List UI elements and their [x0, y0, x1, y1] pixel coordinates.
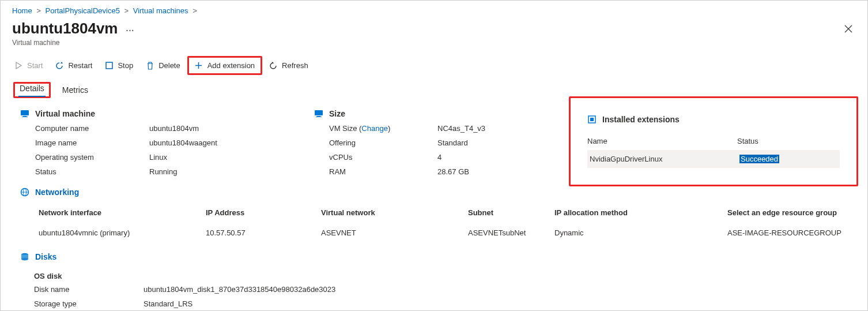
net-col-alloc: IP allocation method	[554, 208, 727, 217]
close-icon	[844, 25, 852, 33]
breadcrumb: Home > PortalPhysicalDevice5 > Virtual m…	[1, 1, 867, 20]
svg-rect-4	[315, 110, 323, 115]
disks-section: Disks OS disk Disk name ubuntu1804vm_dis…	[20, 252, 848, 308]
delete-label: Delete	[158, 61, 180, 70]
restart-icon	[55, 62, 63, 70]
svg-rect-5	[317, 116, 320, 117]
net-col-rg: Select an edge resource group	[727, 208, 860, 217]
chevron-right-icon: >	[36, 6, 41, 15]
monitor-icon	[314, 109, 323, 118]
vm-section: Virtual machine Computer name ubuntu1804…	[20, 109, 308, 176]
label-ram: RAM	[329, 167, 433, 176]
networking-title: Networking	[35, 188, 79, 197]
monitor-icon	[20, 109, 29, 118]
value-vcpus: 4	[437, 153, 573, 162]
value-image-name: ubuntu1804waagent	[149, 138, 308, 147]
stop-button[interactable]: Stop	[99, 58, 139, 73]
ext-value-status: Succeeded	[739, 155, 779, 163]
tabs-row: Details Metrics	[1, 78, 867, 99]
page-subtitle: Virtual machine	[1, 38, 867, 53]
start-button[interactable]: Start	[9, 58, 48, 73]
extension-icon	[587, 115, 597, 124]
disks-title: Disks	[35, 252, 56, 261]
page-title: ubuntu1804vm	[12, 20, 118, 38]
chevron-right-icon: >	[124, 6, 129, 15]
net-col-vnet: Virtual network	[321, 208, 468, 217]
tab-details[interactable]: Details	[18, 80, 46, 96]
tab-metrics[interactable]: Metrics	[61, 82, 89, 98]
stop-label: Stop	[118, 61, 133, 70]
network-row: ubuntu1804vmnic (primary) 10.57.50.57 AS…	[20, 223, 848, 243]
label-storage-type: Storage type	[34, 299, 144, 308]
play-icon	[14, 62, 22, 70]
net-val-ip: 10.57.50.57	[206, 228, 321, 237]
label-computer-name: Computer name	[35, 124, 145, 133]
plus-icon	[195, 62, 203, 70]
svg-rect-3	[22, 117, 28, 117]
ext-col-name: Name	[587, 137, 737, 145]
value-status: Running	[149, 167, 308, 176]
value-os: Linux	[149, 153, 308, 162]
networking-section: Networking Network interface IP Address …	[20, 188, 848, 243]
breadcrumb-vms[interactable]: Virtual machines	[133, 6, 188, 15]
networking-header[interactable]: Networking	[20, 188, 848, 197]
svg-rect-1	[21, 110, 29, 115]
change-size-link[interactable]: Change	[361, 124, 388, 133]
net-val-subnet: ASEVNETsubNet	[468, 228, 554, 237]
label-disk-name: Disk name	[34, 285, 144, 294]
value-storage-type: Standard_LRS	[144, 299, 848, 308]
svg-rect-0	[106, 62, 112, 69]
restart-label: Restart	[68, 61, 92, 70]
breadcrumb-device[interactable]: PortalPhysicalDevice5	[46, 6, 120, 15]
restart-button[interactable]: Restart	[50, 58, 98, 73]
os-disk-subhead: OS disk	[20, 267, 848, 285]
svg-rect-6	[316, 117, 322, 117]
svg-point-12	[21, 258, 28, 260]
ext-col-status: Status	[737, 137, 840, 145]
size-section-title: Size	[329, 109, 345, 118]
value-disk-name: ubuntu1804vm_disk1_870e37d3318540e98032a…	[144, 285, 848, 294]
more-actions-button[interactable]: ···	[126, 26, 135, 35]
net-val-rg: ASE-IMAGE-RESOURCEGROUP	[727, 228, 860, 237]
close-button[interactable]	[841, 21, 856, 36]
globe-icon	[20, 188, 29, 197]
extensions-title: Installed extensions	[602, 115, 680, 124]
net-col-nic: Network interface	[39, 208, 206, 217]
refresh-label: Refresh	[282, 61, 308, 70]
label-offering: Offering	[329, 138, 433, 147]
disk-icon	[20, 252, 29, 261]
start-label: Start	[27, 61, 43, 70]
value-offering: Standard	[437, 138, 573, 147]
net-val-vnet: ASEVNET	[321, 228, 468, 237]
ext-value-name: NvidiaGpuDriverLinux	[590, 155, 739, 163]
add-extension-button[interactable]: Add extension	[189, 58, 261, 73]
refresh-icon	[269, 62, 277, 70]
refresh-button[interactable]: Refresh	[263, 58, 314, 73]
label-vcpus: vCPUs	[329, 153, 433, 162]
breadcrumb-home[interactable]: Home	[12, 6, 32, 15]
command-bar: Start Restart Stop Delete Add extension …	[1, 53, 867, 78]
extension-row[interactable]: NvidiaGpuDriverLinux Succeeded	[587, 150, 840, 168]
net-val-alloc: Dynamic	[554, 228, 727, 237]
label-vm-size: VM Size (Change)	[329, 124, 433, 133]
value-vm-size: NC4as_T4_v3	[437, 124, 573, 133]
label-image-name: Image name	[35, 138, 145, 147]
label-os: Operating system	[35, 153, 145, 162]
net-col-subnet: Subnet	[468, 208, 554, 217]
size-section: Size VM Size (Change) NC4as_T4_v3 Offeri…	[314, 109, 573, 176]
trash-icon	[146, 62, 154, 70]
value-computer-name: ubuntu1804vm	[149, 124, 308, 133]
svg-rect-2	[23, 116, 27, 117]
label-status: Status	[35, 167, 145, 176]
delete-button[interactable]: Delete	[140, 58, 186, 73]
vm-section-title: Virtual machine	[35, 109, 95, 118]
net-col-ip: IP Address	[206, 208, 321, 217]
disks-header[interactable]: Disks	[20, 252, 848, 261]
add-extension-label: Add extension	[207, 61, 255, 70]
stop-icon	[105, 62, 113, 70]
extensions-section: Installed extensions Name Status NvidiaG…	[579, 109, 848, 176]
value-ram: 28.67 GB	[437, 167, 573, 176]
svg-rect-8	[590, 118, 594, 121]
chevron-right-icon: >	[193, 6, 197, 15]
net-val-nic: ubuntu1804vmnic (primary)	[39, 228, 206, 237]
